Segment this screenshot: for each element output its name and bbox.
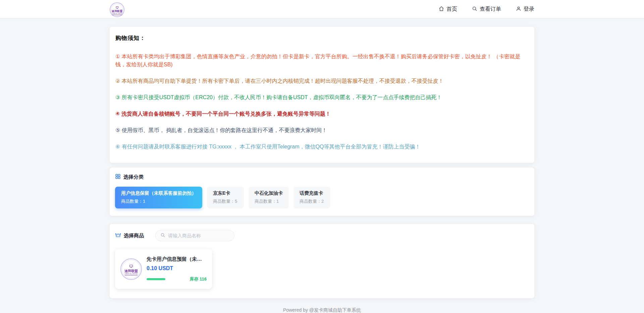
main-nav: 首页 查看订单 登录 xyxy=(439,6,534,13)
category-count: 商品数量：5 xyxy=(213,198,238,204)
notice-item-4: ④ 洗货商人请自备核销账号，不要同一个平台同一个账号兑换多张，避免账号异常等问题… xyxy=(115,110,529,118)
notice-item-6: ⑥ 有任何问题请及时联系客服进行对接 TG:xxxxx ， 本工作室只使用Tel… xyxy=(115,143,529,151)
nav-orders[interactable]: 查看订单 xyxy=(472,6,501,13)
stock-label: 库存 xyxy=(190,276,198,281)
stock-progress-bar xyxy=(147,278,165,280)
category-count: 商品数量：1 xyxy=(121,198,196,204)
category-list: 用户信息保留（未联系客服前勿拍） 商品数量：1 京东E卡 商品数量：5 中石化加… xyxy=(115,187,529,208)
product-section: 选择商品 迪拜联盟 DIBAI ALLIANCE 先卡用户信息预留（未联... … xyxy=(110,224,534,298)
category-name: 中石化加油卡 xyxy=(255,190,283,196)
crown-icon xyxy=(115,233,121,239)
logo-monitor-icon xyxy=(129,263,133,269)
notice-item-3: ③ 所有卡密只接受USDT虚拟币（ERC20）付款，不收人民币！购卡请自备USD… xyxy=(115,93,529,102)
notice-item-2: ② 本站所有商品均可自助下单提货！所有卡密下单后，请在三小时内之内核销完成！超时… xyxy=(115,77,529,85)
nav-login-label: 登录 xyxy=(524,6,534,13)
category-count: 商品数量：2 xyxy=(300,198,324,204)
top-header: 迪拜联盟 DIBAI ALLIANCE 首页 查看订单 登录 xyxy=(0,0,644,18)
logo-text-cn: 迪拜联盟 xyxy=(112,10,122,13)
search-input[interactable] xyxy=(168,233,229,238)
category-grid-icon xyxy=(115,174,121,180)
logo-monitor-icon xyxy=(116,4,119,10)
product-price: 0.10 USDT xyxy=(147,265,207,271)
notice-item-1: ① 本站所有卡类均出于博彩集团，色情直播等灰色产业，介意的勿拍！但卡是新卡，官方… xyxy=(115,53,529,69)
product-stock-row: 库存 116 xyxy=(147,276,207,282)
logo-text-cn: 迪拜联盟 xyxy=(124,269,138,273)
category-name: 话费充值卡 xyxy=(300,190,324,196)
nav-home[interactable]: 首页 xyxy=(439,6,457,13)
category-name: 用户信息保留（未联系客服前勿拍） xyxy=(121,190,196,196)
category-section: 选择分类 用户信息保留（未联系客服前勿拍） 商品数量：1 京东E卡 商品数量：5… xyxy=(110,168,534,216)
product-name: 先卡用户信息预留（未联... xyxy=(147,256,204,262)
notice-title: 购物须知： xyxy=(115,34,529,42)
site-logo[interactable]: 迪拜联盟 DIBAI ALLIANCE xyxy=(110,2,124,17)
product-card[interactable]: 迪拜联盟 DIBAI ALLIANCE 先卡用户信息预留（未联... 0.10 … xyxy=(115,249,212,289)
category-count: 商品数量：1 xyxy=(255,198,283,204)
logo-text-en: DIBAI ALLIANCE xyxy=(125,273,138,275)
footer-text: Powered by @发卡商城自助下单系统 xyxy=(110,307,534,313)
nav-orders-label: 查看订单 xyxy=(480,6,501,13)
nav-login[interactable]: 登录 xyxy=(516,6,534,13)
category-card-phone-topup[interactable]: 话费充值卡 商品数量：2 xyxy=(293,187,330,208)
logo-text-en: DIBAI ALLIANCE xyxy=(112,13,122,15)
product-logo: 迪拜联盟 DIBAI ALLIANCE xyxy=(120,258,142,280)
notice-card: 购物须知： ① 本站所有卡类均出于博彩集团，色情直播等灰色产业，介意的勿拍！但卡… xyxy=(110,27,534,163)
home-icon xyxy=(439,6,444,13)
category-section-header: 选择分类 xyxy=(115,174,529,180)
category-card-sinopec[interactable]: 中石化加油卡 商品数量：1 xyxy=(249,187,289,208)
nav-home-label: 首页 xyxy=(446,6,457,13)
search-icon xyxy=(160,233,165,239)
category-card-user-info[interactable]: 用户信息保留（未联系客服前勿拍） 商品数量：1 xyxy=(115,187,202,208)
notice-item-5: ⑤ 使用假币、黑币， 捣乱者，自觉滚远点！你的套路在这里行不通，不要浪费大家时间… xyxy=(115,126,529,134)
category-section-title: 选择分类 xyxy=(123,174,144,180)
category-card-jd-ecard[interactable]: 京东E卡 商品数量：5 xyxy=(207,187,244,208)
product-info: 先卡用户信息预留（未联... 0.10 USDT 库存 116 xyxy=(147,256,207,282)
user-icon xyxy=(516,6,521,13)
stock-value: 116 xyxy=(200,276,207,281)
product-section-header: 选择商品 xyxy=(115,230,529,241)
category-name: 京东E卡 xyxy=(213,190,238,196)
search-icon xyxy=(472,6,477,13)
product-search[interactable] xyxy=(155,230,234,241)
stock-badge: 库存 116 xyxy=(190,276,207,282)
product-section-title: 选择商品 xyxy=(124,233,144,239)
